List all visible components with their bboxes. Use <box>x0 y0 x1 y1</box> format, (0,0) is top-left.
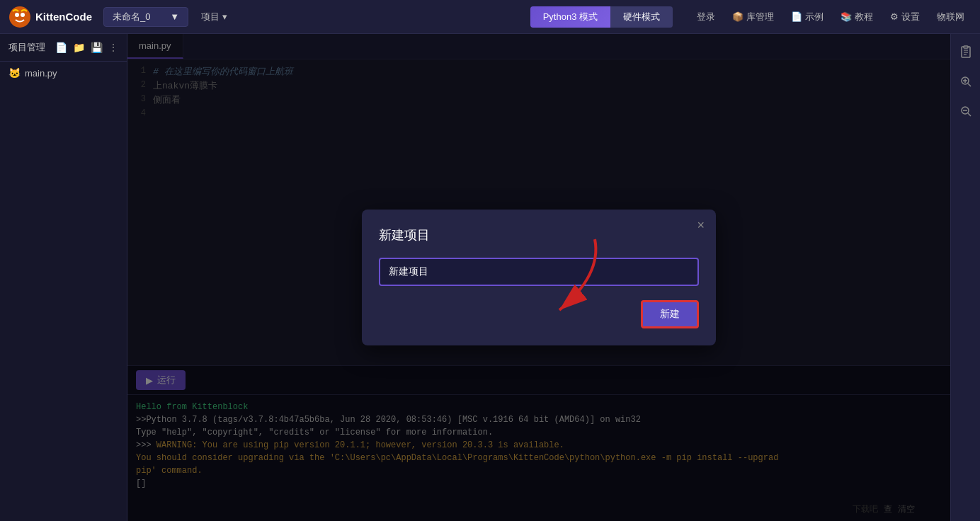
logo-text: KittenCode <box>35 11 92 23</box>
library-icon: 📦 <box>732 11 743 22</box>
modal-title: 新建项目 <box>379 227 699 244</box>
more-options-btn[interactable]: ⋮ <box>108 42 118 53</box>
examples-icon: 📄 <box>791 11 802 22</box>
modal-overlay: 新建项目 × 新建 <box>127 34 950 521</box>
svg-point-1 <box>15 13 19 17</box>
settings-icon: ⚙ <box>890 11 899 22</box>
modal-project-name-input[interactable] <box>379 258 699 286</box>
examples-btn[interactable]: 📄 示例 <box>784 8 831 26</box>
zoom-out-icon <box>959 105 972 118</box>
mode-group: Python3 模式 硬件模式 <box>530 6 673 28</box>
modal-dialog: 新建项目 × 新建 <box>362 210 716 345</box>
library-btn[interactable]: 📦 库管理 <box>725 8 781 26</box>
modal-footer: 新建 <box>379 300 699 328</box>
login-btn[interactable]: 登录 <box>690 8 722 26</box>
mode-python-btn[interactable]: Python3 模式 <box>530 6 610 28</box>
logo-icon <box>8 6 31 28</box>
project-dropdown[interactable]: 未命名_0 ▼ <box>103 7 188 27</box>
save-file-btn[interactable]: 💾 <box>91 42 103 53</box>
clipboard-icon <box>959 45 972 58</box>
right-zoom-out-btn[interactable] <box>954 99 978 123</box>
svg-rect-5 <box>964 46 968 48</box>
nav-right: 登录 📦 库管理 📄 示例 📚 教程 ⚙ 设置 物联网 <box>690 8 972 26</box>
iot-btn[interactable]: 物联网 <box>930 8 972 26</box>
editor-terminal-wrapper: main.py 1 # 在这里编写你的代码窗口上航班 2 上nakvn薄膜卡 3… <box>127 34 950 521</box>
top-nav: KittenCode 未命名_0 ▼ 项目 ▾ Python3 模式 硬件模式 … <box>0 0 980 34</box>
modal-close-btn[interactable]: × <box>697 218 705 233</box>
tutorials-icon: 📚 <box>841 11 852 22</box>
tutorials-btn[interactable]: 📚 教程 <box>833 8 880 26</box>
sidebar-actions: 📄 📁 💾 ⋮ <box>55 42 118 53</box>
nav-menu-project[interactable]: 项目 ▾ <box>194 8 234 26</box>
main-area: 项目管理 📄 📁 💾 ⋮ 🐱 main.py main.py 1 # 在这里编写… <box>0 34 980 521</box>
logo-area: KittenCode <box>8 6 92 28</box>
right-sidebar <box>950 34 980 521</box>
mode-hardware-btn[interactable]: 硬件模式 <box>610 6 673 28</box>
sidebar-header: 项目管理 📄 📁 💾 ⋮ <box>0 34 127 62</box>
file-icon: 🐱 <box>8 67 21 79</box>
right-zoom-in-btn[interactable] <box>954 69 978 93</box>
sidebar-file-main[interactable]: 🐱 main.py <box>0 62 127 84</box>
modal-submit-btn[interactable]: 新建 <box>641 300 699 328</box>
svg-line-10 <box>968 84 971 86</box>
sidebar-title: 项目管理 <box>8 41 45 54</box>
zoom-in-icon <box>959 75 972 88</box>
sidebar: 项目管理 📄 📁 💾 ⋮ 🐱 main.py <box>0 34 127 521</box>
svg-point-2 <box>21 13 25 17</box>
svg-line-14 <box>968 113 971 116</box>
new-file-btn[interactable]: 📄 <box>55 42 67 53</box>
open-folder-btn[interactable]: 📁 <box>73 42 85 53</box>
svg-point-0 <box>9 6 30 28</box>
settings-btn[interactable]: ⚙ 设置 <box>883 8 927 26</box>
right-clipboard-btn[interactable] <box>954 40 978 64</box>
